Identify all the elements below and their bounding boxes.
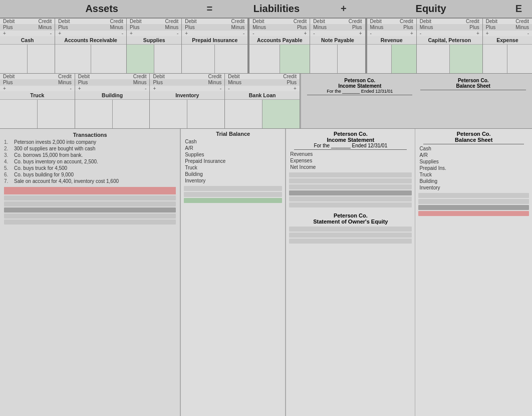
tacct-capital-peterson: Debit Credit Minus Plus - + Capital, Pet…	[417, 19, 483, 73]
entry-row-5	[4, 220, 176, 225]
trans-7: 7. Sale on account for 4,400, inventory …	[4, 178, 176, 184]
np-dr-sign: -	[313, 31, 315, 36]
exp-credit-label: Credit	[515, 19, 529, 24]
oe-title: Statement of Owner's Equity	[289, 219, 412, 225]
pi-name: Prepaid Insurance	[182, 36, 247, 45]
income-stmt-preview: Peterson Co. Income Statement For the __…	[303, 76, 417, 126]
cash-dr-sign: +	[3, 31, 6, 36]
trans-5-text: Co. buys truck for 4,500	[14, 165, 176, 171]
bs-total-bar	[418, 211, 529, 216]
bs-title-main: Balance Sheet	[418, 137, 529, 143]
pi-dr-sign: +	[185, 31, 188, 36]
rev-cr-sign: +	[410, 31, 413, 36]
balance-sheet-panel: Peterson Co. Balance Sheet Cash A/R Supp…	[415, 129, 532, 416]
bldg-body	[75, 100, 150, 128]
tacct-expense: Debit Credit Plus Minus + - Expense	[483, 19, 532, 73]
trans-3: 3. Co. borrows 15,000 from bank.	[4, 152, 176, 158]
bl-dr-sign: -	[228, 86, 229, 91]
rev-body	[367, 45, 416, 73]
exp-minus: Minus	[515, 25, 529, 30]
inv-dr-sign: +	[153, 86, 156, 91]
bottom-section: Transactions 1. Peterson invests 2,000 i…	[0, 129, 532, 416]
sup-plus: Plus	[130, 25, 139, 30]
trans-6-num: 6.	[4, 172, 14, 177]
cash-plus: Plus	[3, 25, 13, 30]
sup-debit-label: Debit	[130, 19, 141, 24]
sup-dr-sign: +	[130, 31, 133, 36]
ap-credit-label: Credit	[294, 19, 307, 24]
np-debit-side	[310, 45, 337, 73]
is-title-main: Income Statement	[289, 137, 412, 143]
np-debit-label: Debit	[313, 19, 325, 24]
tb-visual	[184, 186, 282, 203]
truck-plus: Plus	[3, 80, 13, 85]
trans-entries-area	[4, 187, 176, 225]
pi-cr-sign: -	[243, 31, 244, 36]
cap-credit-side	[450, 45, 482, 73]
bldg-debit-label: Debit	[78, 74, 90, 79]
tb-total-bar	[184, 198, 282, 203]
is-expenses: Expenses	[289, 157, 412, 164]
sup-minus: Minus	[165, 25, 179, 30]
pi-debit-label: Debit	[185, 19, 196, 24]
bl-minus: Minus	[228, 80, 241, 85]
transactions-title: Transactions	[4, 132, 176, 138]
tacct-inventory: Debit Credit Plus Minus + - Inventory	[150, 74, 225, 128]
sup-credit-side	[154, 45, 181, 73]
cash-minus: Minus	[38, 25, 52, 30]
sup-debit-side	[127, 45, 154, 73]
equity-section-header: Equity	[350, 3, 512, 15]
ap-minus: Minus	[252, 25, 266, 30]
tb-inventory: Inventory	[184, 177, 282, 184]
is-company: Peterson Co.	[305, 78, 415, 83]
cap-credit-label: Credit	[466, 19, 479, 24]
np-minus: Minus	[313, 25, 327, 30]
bs-prepaid: Prepaid Ins.	[418, 165, 529, 171]
bldg-dr-sign: +	[78, 86, 81, 91]
trans-4: 4. Co. buys inventory on account, 2,500.	[4, 159, 176, 164]
truck-debit-side	[0, 100, 37, 128]
sup-credit-label: Credit	[165, 19, 179, 24]
bl-credit-label: Credit	[283, 74, 297, 79]
bs-inventory: Inventory	[418, 184, 529, 191]
tb-supplies: Supplies	[184, 151, 282, 158]
bl-debit-side	[225, 100, 262, 128]
inv-credit-side	[187, 100, 224, 128]
exp-cr-sign: -	[527, 31, 529, 36]
ap-name: Accounts Payable	[249, 36, 310, 45]
cap-cr-sign: +	[476, 31, 479, 36]
truck-dr-sign: +	[3, 86, 6, 91]
ar-credit-side	[91, 45, 126, 73]
bs-truck: Truck	[418, 171, 529, 178]
np-cr-sign: +	[359, 31, 362, 36]
trans-4-text: Co. buys inventory on account, 2,500.	[14, 159, 176, 164]
pi-body	[182, 45, 247, 73]
bldg-plus: Plus	[78, 80, 88, 85]
rev-plus: Plus	[403, 25, 413, 30]
entry-row-4	[4, 214, 176, 219]
rev-debit-side	[367, 45, 392, 73]
bldg-minus: Minus	[133, 80, 147, 85]
bs-ar: A/R	[418, 152, 529, 158]
liabilities-label: Liabilities	[253, 3, 300, 15]
truck-minus: Minus	[58, 80, 72, 85]
truck-credit-side	[38, 100, 75, 128]
tacct-bank-loan: Debit Credit Minus Plus - + Bank Loan	[225, 74, 300, 128]
oe-section: Peterson Co. Statement of Owner's Equity	[289, 213, 412, 244]
np-plus: Plus	[352, 25, 362, 30]
bldg-credit-side	[113, 100, 150, 128]
sup-name: Supplies	[127, 36, 181, 45]
cash-debit-label: Debit	[3, 19, 15, 24]
is-company-name: Peterson Co.	[289, 131, 412, 137]
ap-dr-sign: -	[252, 31, 254, 36]
tb-truck: Truck	[184, 164, 282, 171]
pi-minus: Minus	[231, 25, 245, 30]
sup-body	[127, 45, 181, 73]
bldg-cr-sign: -	[145, 86, 146, 91]
tacct-accounts-payable: Debit Credit Minus Plus - + Accounts Pay…	[249, 19, 310, 73]
truck-cr-sign: -	[70, 86, 71, 91]
tb-title: Trial Balance	[184, 131, 282, 137]
trans-3-num: 3.	[4, 152, 14, 158]
ap-debit-label: Debit	[252, 19, 264, 24]
ar-cr-sign: -	[122, 31, 123, 36]
